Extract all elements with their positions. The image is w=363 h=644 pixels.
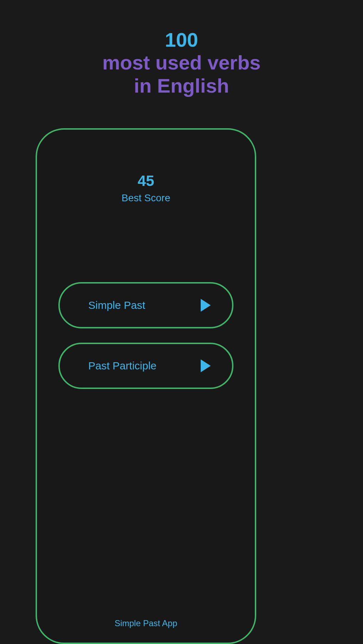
buttons-section: Simple Past Past Participle (37, 282, 255, 389)
best-score-value: 45 (37, 172, 255, 189)
play-icon (201, 359, 211, 372)
score-section: 45 Best Score (37, 172, 255, 204)
past-participle-label: Past Participle (88, 360, 157, 372)
simple-past-button[interactable]: Simple Past (58, 282, 233, 328)
simple-past-label: Simple Past (88, 299, 145, 311)
past-participle-button[interactable]: Past Participle (58, 343, 233, 389)
phone-frame: 45 Best Score Simple Past Past Participl… (36, 128, 256, 644)
best-score-label: Best Score (37, 192, 255, 204)
play-icon (201, 299, 211, 312)
hero-title-line3: in English (0, 74, 363, 97)
hero-title: 100 most used verbs in English (0, 0, 363, 97)
hero-title-line2: most used verbs (0, 51, 363, 74)
footer-app-name: Simple Past App (37, 618, 255, 628)
hero-title-line1: 100 (0, 28, 363, 51)
